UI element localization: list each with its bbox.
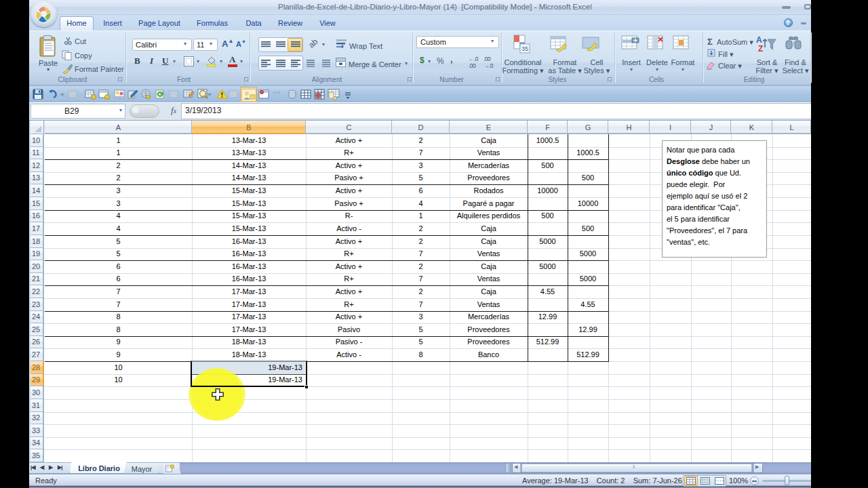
svg-text:Z: Z [758,44,763,54]
svg-text:“”: “” [273,89,281,99]
svg-text:A: A [756,35,762,45]
svg-text:35: 35 [521,45,528,52]
